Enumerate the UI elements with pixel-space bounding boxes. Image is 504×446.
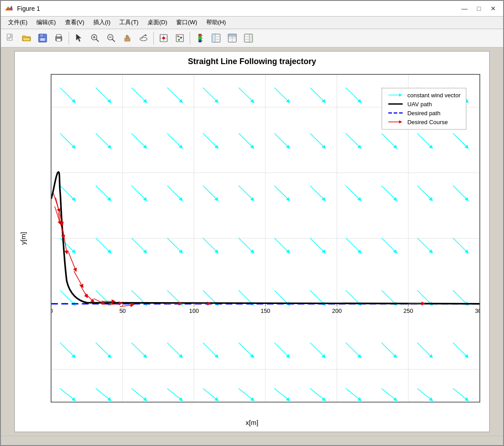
svg-line-167 <box>453 388 467 400</box>
plot-browser-button[interactable] <box>241 30 256 46</box>
svg-line-115 <box>310 186 325 199</box>
menu-view[interactable]: 查看(V) <box>61 17 88 27</box>
save-button[interactable] <box>35 30 50 46</box>
open-button[interactable] <box>19 30 34 46</box>
brush-button[interactable] <box>172 30 187 46</box>
svg-rect-41 <box>228 34 236 36</box>
title-bar: Figure 1 — □ ✕ <box>1 1 503 17</box>
open-folder-icon <box>22 33 31 43</box>
zoom-out-button[interactable] <box>104 30 119 46</box>
svg-line-158 <box>131 388 146 400</box>
svg-line-110 <box>131 186 146 199</box>
svg-line-109 <box>96 186 110 199</box>
svg-marker-23 <box>144 34 147 36</box>
svg-line-139 <box>310 290 325 304</box>
svg-line-87 <box>167 87 182 101</box>
zoom-out-icon <box>106 33 116 43</box>
toolbar-separator-3 <box>190 32 190 44</box>
svg-marker-14 <box>76 34 81 42</box>
select-button[interactable] <box>71 30 87 46</box>
svg-line-88 <box>203 87 217 101</box>
matlab-logo-icon <box>4 4 13 13</box>
svg-line-112 <box>203 186 217 199</box>
figure-palette-icon <box>211 33 221 43</box>
svg-line-162 <box>274 388 289 400</box>
svg-line-99 <box>167 133 182 147</box>
toolbar-separator-1 <box>69 32 69 44</box>
plot-container: Straight Line Following trajectory y[m] … <box>1 48 503 436</box>
menu-file[interactable]: 文件(E) <box>4 17 31 27</box>
svg-line-160 <box>203 388 217 400</box>
legend-item-desired-course: Desired Course <box>387 119 461 126</box>
plot-browser-icon <box>243 33 253 43</box>
svg-line-114 <box>274 186 289 199</box>
svg-line-125 <box>239 238 253 252</box>
data-cursor-button[interactable] <box>156 30 171 46</box>
svg-line-130 <box>417 238 432 252</box>
zoom-in-button[interactable] <box>87 30 103 46</box>
menu-desktop[interactable]: 桌面(D) <box>144 17 171 27</box>
data-cursor-icon <box>159 33 169 43</box>
svg-rect-32 <box>199 34 201 42</box>
svg-line-173 <box>80 284 87 296</box>
svg-text:100: 100 <box>189 307 199 314</box>
svg-line-92 <box>346 87 360 101</box>
svg-line-157 <box>96 388 110 400</box>
svg-line-174 <box>86 294 93 302</box>
svg-text:200: 200 <box>332 307 342 314</box>
maximize-button[interactable]: □ <box>473 4 485 13</box>
svg-line-152 <box>346 342 360 356</box>
svg-line-117 <box>382 186 396 199</box>
svg-line-120 <box>60 238 74 252</box>
minimize-button[interactable]: — <box>458 4 471 13</box>
svg-line-121 <box>96 238 110 252</box>
svg-line-84 <box>60 87 74 101</box>
svg-line-86 <box>131 87 146 101</box>
svg-line-163 <box>310 388 325 400</box>
menu-insert[interactable]: 插入(I) <box>90 17 114 27</box>
svg-line-140 <box>346 290 360 304</box>
property-inspector-button[interactable] <box>225 30 240 46</box>
legend-wind-label: constant wind vector <box>407 92 461 99</box>
svg-line-137 <box>239 290 253 304</box>
svg-line-164 <box>346 388 360 400</box>
close-button[interactable]: ✕ <box>487 4 500 13</box>
svg-line-131 <box>453 238 467 252</box>
print-button[interactable] <box>51 30 66 46</box>
select-arrow-icon <box>74 33 84 43</box>
svg-line-149 <box>239 342 253 356</box>
menu-help[interactable]: 帮助(H) <box>203 17 230 27</box>
plot-title: Straight Line Following trajectory <box>15 57 489 66</box>
main-window: Figure 1 — □ ✕ 文件(E) 编辑(E) 查看(V) 插入(I) 工… <box>0 0 504 446</box>
svg-rect-11 <box>56 35 61 37</box>
svg-line-97 <box>96 133 110 147</box>
colorbar-button[interactable] <box>192 30 208 46</box>
new-button[interactable] <box>3 30 18 46</box>
legend-item-wind: constant wind vector <box>387 92 461 99</box>
figure-palette-button[interactable] <box>209 30 224 46</box>
svg-line-107 <box>453 133 467 147</box>
svg-text:50: 50 <box>119 307 126 314</box>
svg-line-155 <box>453 342 467 356</box>
menu-bar: 文件(E) 编辑(E) 查看(V) 插入(I) 工具(T) 桌面(D) 窗口(W… <box>1 17 503 30</box>
svg-line-150 <box>274 342 289 356</box>
svg-line-85 <box>96 87 110 101</box>
menu-window[interactable]: 窗口(W) <box>173 17 201 27</box>
new-file-icon <box>5 33 15 43</box>
rotate3d-icon <box>139 33 148 43</box>
svg-line-171 <box>68 251 76 270</box>
svg-line-123 <box>167 238 182 252</box>
svg-line-153 <box>382 342 396 356</box>
plot-axes[interactable]: -50 0 50 100 150 0 50 100 150 200 250 30… <box>51 74 480 403</box>
rotate-button[interactable] <box>136 30 151 46</box>
svg-line-138 <box>274 290 289 304</box>
menu-edit[interactable]: 编辑(E) <box>33 17 59 27</box>
svg-line-148 <box>203 342 217 356</box>
svg-line-145 <box>96 342 110 356</box>
toolbar <box>1 29 503 47</box>
svg-line-142 <box>417 290 432 304</box>
svg-line-113 <box>239 186 253 199</box>
pan-button[interactable] <box>120 30 135 46</box>
menu-tools[interactable]: 工具(T) <box>116 17 142 27</box>
svg-line-147 <box>167 342 182 356</box>
